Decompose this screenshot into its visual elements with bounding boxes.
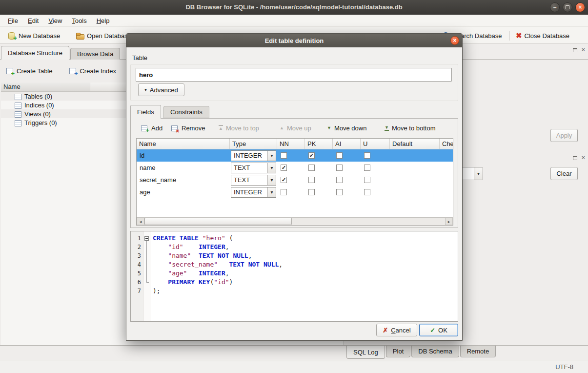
tree-column-header-name[interactable]: Name <box>1 83 90 91</box>
check-constraint-cell[interactable] <box>440 149 453 162</box>
nn-checkbox-name[interactable]: ✓ <box>281 165 287 171</box>
ai-checkbox-age[interactable] <box>336 189 343 195</box>
column-header-check[interactable]: Check <box>440 139 453 149</box>
field-row-id[interactable]: idINTEGER▾✓ <box>137 149 453 162</box>
nn-checkbox-id[interactable] <box>281 152 287 159</box>
field-name-cell[interactable]: name <box>137 162 230 174</box>
maximize-button[interactable] <box>563 2 572 12</box>
remove-button[interactable]: Remove <box>169 122 207 134</box>
tab-constraints[interactable]: Constraints <box>163 106 209 118</box>
menu-help[interactable]: Help <box>92 15 115 26</box>
close-window-button[interactable]: × <box>575 2 585 12</box>
nn-checkbox-age[interactable] <box>281 189 287 195</box>
move-down-button[interactable]: ▼Move down <box>325 122 368 134</box>
field-type-combo[interactable]: INTEGER▾ <box>231 150 276 161</box>
field-row-secret_name[interactable]: secret_nameTEXT▾✓ <box>137 174 453 186</box>
tab-browse-data[interactable]: Browse Data <box>70 48 120 60</box>
menu-file[interactable]: File <box>3 15 23 26</box>
check-constraint-cell[interactable] <box>440 186 453 198</box>
dialog-close-button[interactable]: × <box>450 36 459 45</box>
sql-text <box>153 278 168 286</box>
pk-checkbox-age[interactable] <box>308 189 315 195</box>
advanced-label: Advanced <box>150 86 178 94</box>
encoding-indicator: UTF-8 <box>555 363 573 371</box>
field-type-combo[interactable]: INTEGER▾ <box>231 187 276 198</box>
add-icon <box>141 124 148 132</box>
sql-text: , <box>279 261 283 268</box>
minimize-button[interactable]: – <box>550 2 560 12</box>
toolbar-label: New Database <box>19 32 60 40</box>
scroll-right-button[interactable]: ▸ <box>445 218 453 225</box>
menu-view[interactable]: View <box>43 15 67 26</box>
menu-edit[interactable]: Edit <box>23 15 43 26</box>
u-checkbox-id[interactable] <box>364 152 370 159</box>
scrollbar-thumb[interactable] <box>144 218 292 225</box>
tab-fields[interactable]: Fields <box>130 105 161 119</box>
float-dock-icon[interactable] <box>573 156 577 160</box>
tab-plot[interactable]: Plot <box>386 346 410 357</box>
fold-collapse-icon[interactable] <box>144 236 149 241</box>
tab-sql-log[interactable]: SQL Log <box>346 346 385 359</box>
tab-remote[interactable]: Remote <box>460 346 496 357</box>
u-checkbox-secret_name[interactable] <box>364 177 370 183</box>
scroll-left-button[interactable]: ◂ <box>137 218 144 225</box>
tab-db-schema[interactable]: DB Schema <box>411 346 459 357</box>
sql-preview-editor[interactable]: 1234567 CREATE TABLE "hero" ( "id" INTEG… <box>130 231 458 322</box>
field-type-combo[interactable]: TEXT▾ <box>231 163 276 173</box>
line-number: 6 <box>131 278 143 287</box>
pk-checkbox-name[interactable] <box>308 165 315 171</box>
move-to-bottom-button[interactable]: ▼Move to bottom <box>383 122 438 134</box>
default-cell[interactable] <box>390 186 440 198</box>
create-index-button[interactable]: Create Index <box>67 64 118 78</box>
ai-checkbox-name[interactable] <box>336 165 343 171</box>
field-row-name[interactable]: nameTEXT▾✓ <box>137 162 453 174</box>
u-checkbox-name[interactable] <box>364 165 370 171</box>
nn-checkbox-secret_name[interactable]: ✓ <box>281 177 287 183</box>
tab-database-structure[interactable]: Database Structure <box>1 46 69 60</box>
column-header-type[interactable]: Type <box>230 139 277 149</box>
field-name-cell[interactable]: secret_name <box>137 174 230 186</box>
check-constraint-cell[interactable] <box>440 174 453 186</box>
check-constraint-cell[interactable] <box>440 162 453 174</box>
float-dock-icon[interactable] <box>573 48 577 52</box>
ok-button[interactable]: ✓ OK <box>419 324 458 336</box>
column-header-name[interactable]: Name <box>137 139 230 149</box>
column-header-u[interactable]: U <box>361 139 390 149</box>
advanced-toggle-button[interactable]: ▾ Advanced <box>138 83 184 96</box>
close-dock-icon[interactable]: × <box>581 155 585 160</box>
table-name-input[interactable] <box>136 68 452 82</box>
clear-button[interactable]: Clear <box>550 167 578 180</box>
fold-guide-line <box>146 241 147 282</box>
ai-checkbox-id[interactable] <box>336 152 343 159</box>
field-name-cell[interactable]: id <box>137 149 230 162</box>
u-checkbox-age[interactable] <box>364 189 370 195</box>
chevron-down-icon: ▾ <box>267 175 276 185</box>
line-number: 1 <box>131 234 143 243</box>
close-icon: × <box>578 4 582 10</box>
default-cell[interactable] <box>390 149 440 162</box>
ai-checkbox-secret_name[interactable] <box>336 177 343 183</box>
field-type-combo[interactable]: TEXT▾ <box>231 175 276 186</box>
default-cell[interactable] <box>390 174 440 186</box>
close-dock-icon[interactable]: × <box>581 47 585 52</box>
close-database-button[interactable]: ✖Close Database <box>513 29 572 42</box>
scrollbar-track[interactable] <box>144 218 445 225</box>
cancel-button[interactable]: ✗ Cancel <box>376 324 417 336</box>
default-cell[interactable] <box>390 162 440 174</box>
horizontal-scrollbar[interactable]: ◂ ▸ <box>137 217 453 225</box>
pk-checkbox-secret_name[interactable] <box>308 177 315 183</box>
new-database-button[interactable]: New Database <box>5 29 62 42</box>
button-label: Create Table <box>17 67 52 75</box>
open-database-button[interactable]: Open Database <box>73 29 134 42</box>
minimize-icon: – <box>553 4 557 10</box>
column-header-default[interactable]: Default <box>390 139 440 149</box>
column-header-pk[interactable]: PK <box>305 139 333 149</box>
pk-checkbox-id[interactable]: ✓ <box>308 152 315 159</box>
menu-tools[interactable]: Tools <box>67 15 91 26</box>
add-button[interactable]: Add <box>139 122 164 134</box>
column-header-nn[interactable]: NN <box>277 139 305 149</box>
field-name-cell[interactable]: age <box>137 186 230 198</box>
field-row-age[interactable]: ageINTEGER▾ <box>137 186 453 198</box>
create-table-button[interactable]: Create Table <box>4 64 54 78</box>
column-header-ai[interactable]: AI <box>333 139 361 149</box>
